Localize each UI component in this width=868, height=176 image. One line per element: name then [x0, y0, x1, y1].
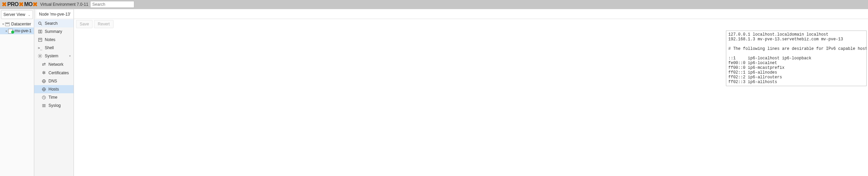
expand-icon[interactable]: ▸: [5, 29, 8, 33]
nav-search[interactable]: Search: [34, 19, 74, 27]
collapse-icon[interactable]: ▾: [1, 22, 5, 26]
version-label: Virtual Environment 7.0-11: [40, 2, 88, 7]
svg-line-1: [41, 24, 42, 25]
nav-label: Search: [45, 21, 58, 26]
list-icon: [41, 103, 46, 108]
header-bar: ✖ PRO✖MO✖ Virtual Environment 7.0-11: [0, 0, 868, 9]
network-icon: ⇄: [41, 62, 46, 67]
svg-point-5: [39, 55, 41, 57]
tree-item-node[interactable]: ▸ mv-pve-1: [0, 27, 34, 34]
hosts-file-editor[interactable]: 127.0.0.1 localhost.localdomain localhos…: [726, 31, 867, 86]
logo-x-icon-3: ✖: [33, 1, 38, 8]
revert-button[interactable]: Revert: [94, 20, 113, 28]
brand-logo: ✖ PRO✖MO✖: [2, 1, 38, 8]
tree-item-label: mv-pve-1: [15, 28, 32, 33]
globe-icon: [41, 87, 46, 92]
content-area: Save Revert 127.0.0.1 localhost.localdom…: [74, 9, 868, 176]
search-icon: [37, 21, 43, 26]
view-selector[interactable]: Server View ⌄: [1, 10, 33, 19]
nav-label: Certificates: [48, 71, 69, 75]
nav-label: Shell: [45, 45, 54, 50]
resource-tree-panel: Server View ⌄ ▾ Datacenter ▸ mv-pve-1: [0, 9, 34, 176]
book-icon: [37, 30, 43, 34]
chevron-down-icon: ▾: [69, 54, 71, 58]
node-nav-panel: Search Summary Notes >_ Shell: [34, 9, 74, 176]
nav-shell[interactable]: >_ Shell: [34, 44, 74, 52]
nav-label: Time: [48, 95, 57, 100]
nav-label: Network: [48, 62, 63, 67]
nav-label: Syslog: [48, 103, 61, 108]
nav-certificates[interactable]: ✲ Certificates: [34, 69, 74, 77]
nav-time[interactable]: Time: [34, 93, 74, 101]
nav-label: DNS: [48, 79, 57, 83]
nav-syslog[interactable]: Syslog: [34, 101, 74, 110]
gear-icon: [37, 54, 43, 58]
notes-icon: [37, 38, 43, 42]
nav-label: Notes: [45, 37, 55, 42]
nav-notes[interactable]: Notes: [34, 36, 74, 44]
nav-hosts[interactable]: Hosts: [34, 85, 74, 93]
logo-x-icon-2: ✖: [19, 1, 24, 8]
nav-system[interactable]: System ▾: [34, 52, 74, 60]
breadcrumb: Node 'mv-pve-13': [36, 10, 73, 18]
clock-icon: [41, 95, 46, 100]
svg-point-0: [38, 22, 41, 24]
globe-icon: [41, 79, 46, 83]
tree-item-label: Datacenter: [11, 22, 31, 26]
chevron-down-icon: ⌄: [28, 13, 31, 17]
brand-mid: MO: [24, 1, 33, 7]
nav-dns[interactable]: DNS: [34, 77, 74, 85]
nav-label: Hosts: [48, 87, 59, 92]
nav-label: System: [45, 54, 58, 58]
certificate-icon: ✲: [41, 70, 46, 75]
hosts-toolbar: Save Revert: [74, 19, 868, 29]
save-button[interactable]: Save: [76, 20, 93, 28]
nav-network[interactable]: ⇄ Network: [34, 60, 74, 69]
datacenter-icon: [5, 22, 10, 26]
view-selector-label: Server View: [3, 12, 25, 17]
global-search-input[interactable]: [90, 1, 134, 8]
node-running-icon: [8, 28, 14, 33]
tree-item-datacenter[interactable]: ▾ Datacenter: [0, 21, 34, 27]
nav-summary[interactable]: Summary: [34, 27, 74, 36]
brand-pre: PRO: [7, 1, 19, 7]
logo-x-icon: ✖: [2, 1, 7, 8]
empty-panel: [75, 31, 726, 86]
nav-label: Summary: [45, 29, 62, 34]
terminal-icon: >_: [37, 46, 43, 50]
